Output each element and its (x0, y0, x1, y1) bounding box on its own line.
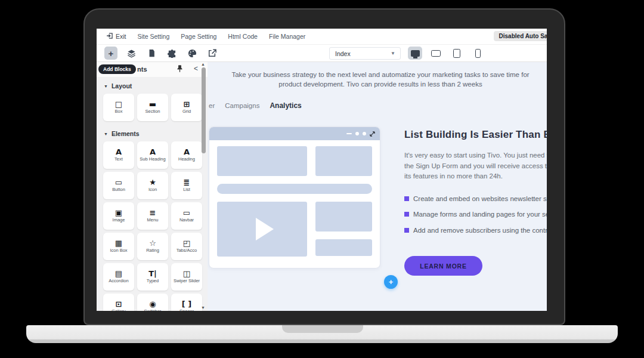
video-thumbnail[interactable] (217, 202, 307, 257)
card-label: List (182, 187, 191, 193)
phone-icon (475, 49, 481, 58)
wireframe-block (315, 146, 372, 176)
block-card-heading[interactable]: A Heading (171, 141, 202, 169)
card-label: Grid (181, 109, 192, 115)
layers-icon (127, 49, 136, 58)
card-label: Accordion (107, 279, 129, 284)
chevron-down-icon: ▼ (391, 51, 395, 56)
block-card-image[interactable]: ▣ Image (103, 202, 134, 230)
pages-button[interactable] (145, 47, 158, 60)
image-icon: ▣ (115, 209, 122, 217)
exit-icon (106, 32, 113, 41)
block-card-section[interactable]: ▬ Section (137, 94, 168, 121)
menu-page-setting[interactable]: Page Setting (181, 33, 216, 40)
plugins-button[interactable] (165, 47, 178, 60)
box-icon: □ (115, 100, 122, 108)
block-card-rating[interactable]: ☆ Rating (137, 233, 168, 260)
scrollbar-thumb[interactable] (202, 67, 206, 153)
publish-button[interactable] (206, 47, 219, 60)
block-card-text[interactable]: A Text (103, 141, 134, 169)
card-label: Heading (177, 157, 196, 162)
block-card-sub-heading[interactable]: A Sub Heading (137, 141, 168, 169)
star-icon: ★ (149, 178, 156, 186)
sub-heading-icon: A (150, 148, 156, 156)
block-card-button[interactable]: ▭ Button (103, 172, 134, 199)
card-label: Section (144, 109, 161, 115)
wireframe-body (209, 140, 380, 263)
block-card-switcher[interactable]: ◉ Switcher (137, 294, 168, 311)
menu-html-code[interactable]: Html Code (228, 33, 258, 40)
wireframe-block (315, 202, 372, 232)
learn-more-button[interactable]: LEARN MORE (404, 256, 482, 276)
block-card-accordion[interactable]: ▤ Accordion (103, 263, 134, 291)
editor-canvas[interactable]: Take your business strategy to the next … (208, 62, 547, 311)
desktop-icon (411, 50, 420, 57)
grid-icon: ⊞ (184, 100, 190, 108)
add-blocks-button[interactable]: + (104, 47, 117, 60)
layers-button[interactable] (125, 47, 138, 60)
theme-button[interactable] (185, 47, 199, 60)
bullet-text: Add and remove subscribers using the con… (413, 227, 547, 234)
feature-heading[interactable]: List Building Is Easier Than Ever (404, 129, 547, 141)
bullet-text: Create and embed on websites newsletter … (413, 195, 547, 202)
section-elements-toggle[interactable]: ▼ Elements (97, 125, 208, 141)
video-placeholder-window[interactable] (209, 126, 380, 268)
feature-bullets: Create and embed on websites newsletter … (404, 195, 547, 234)
feature-column: List Building Is Easier Than Ever It's v… (404, 129, 547, 276)
scroll-up-icon[interactable]: ▲ (201, 62, 205, 66)
tabs-icon: ◰ (183, 239, 190, 247)
tab-analytics[interactable]: Analytics (270, 101, 301, 110)
device-desktop-button[interactable] (408, 47, 422, 60)
external-link-icon (208, 49, 216, 57)
window-dot-icon (355, 132, 359, 135)
laptop-frame: Exit Site Setting Page Setting Html Code… (83, 8, 565, 325)
puzzle-icon (168, 49, 177, 58)
bullet-item: Add and remove subscribers using the con… (404, 227, 547, 234)
block-card-typed[interactable]: T| Typed (137, 263, 168, 291)
card-label: Swiper Slider (172, 279, 201, 284)
block-card-navbar[interactable]: ▭ Navbar (171, 202, 202, 230)
add-section-fab[interactable]: + (384, 275, 398, 289)
card-label: Sub Heading (138, 157, 166, 162)
block-card-box[interactable]: □ Box (103, 94, 134, 121)
menu-site-setting[interactable]: Site Setting (138, 33, 170, 40)
autosave-toggle-button[interactable]: Disabled Auto Sav (494, 31, 547, 41)
feature-paragraph[interactable]: It's very easy to start using Tivo. You … (404, 150, 547, 182)
pin-icon[interactable] (176, 64, 184, 75)
card-label: Tabs/Acco (175, 248, 199, 254)
section-layout-toggle[interactable]: ▼ Layout (97, 77, 208, 94)
tab-campaigns[interactable]: Campaigns (225, 102, 259, 109)
collapse-panel-icon[interactable]: < (194, 64, 198, 73)
panel-scrollbar[interactable]: ▲ ▼ (200, 62, 207, 311)
element-cards: A Text A Sub Heading A Heading ▭ Button (97, 141, 208, 311)
device-tablet-button[interactable] (450, 47, 464, 60)
block-card-swiper-slider[interactable]: ◫ Swiper Slider (171, 263, 202, 291)
block-card-icon-box[interactable]: ▦ Icon Box (103, 233, 134, 260)
scroll-down-icon[interactable]: ▼ (201, 305, 205, 310)
exit-button[interactable]: Exit (106, 32, 126, 41)
card-label: Switcher (143, 309, 163, 311)
paragraph-line: the Sign Up Form and you will receive ac… (404, 161, 547, 172)
device-laptop-button[interactable] (429, 47, 443, 60)
block-card-spacer[interactable]: [ ] Spacer (171, 294, 202, 311)
list-icon: ≣ (184, 178, 190, 186)
block-card-grid[interactable]: ⊞ Grid (171, 94, 202, 121)
exit-label: Exit (116, 33, 126, 40)
block-card-icon[interactable]: ★ Icon (137, 172, 168, 199)
file-icon (148, 49, 156, 57)
block-card-gallery[interactable]: ⊡ Gallery (103, 294, 134, 311)
menu-file-manager[interactable]: File Manager (269, 33, 305, 40)
hero-paragraph[interactable]: Take your business strategy to the next … (225, 70, 535, 89)
expand-icon (370, 131, 375, 137)
heading-icon: A (184, 148, 190, 156)
menu-icon: ≡ (150, 209, 156, 217)
text-icon: A (116, 148, 122, 156)
device-phone-button[interactable] (470, 47, 485, 60)
page-selector-dropdown[interactable]: Index ▼ (329, 47, 401, 60)
card-label: Image (112, 218, 126, 223)
tab-partial[interactable]: er (209, 102, 215, 109)
window-dot-icon (363, 132, 366, 135)
block-card-menu[interactable]: ≡ Menu (137, 202, 168, 230)
block-card-tabs[interactable]: ◰ Tabs/Acco (171, 233, 202, 260)
block-card-list[interactable]: ≣ List (171, 172, 202, 199)
